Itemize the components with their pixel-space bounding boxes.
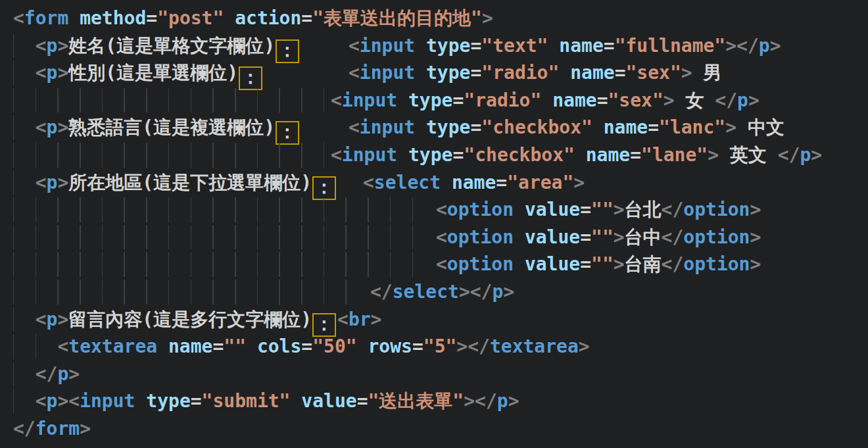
token-plain bbox=[13, 116, 36, 138]
token-punct: < bbox=[337, 309, 349, 330]
token-eq: = bbox=[470, 35, 481, 57]
code-line[interactable]: <p>性別(這是單選欄位)：<input type="radio" name="… bbox=[0, 59, 868, 87]
token-punct: </ bbox=[470, 281, 493, 303]
token-attr: name bbox=[552, 89, 596, 111]
token-text: 中文 bbox=[736, 116, 784, 138]
token-attr: name bbox=[570, 62, 614, 84]
token-eq: = bbox=[580, 226, 591, 248]
token-punct: < bbox=[36, 116, 47, 138]
code-line[interactable]: <p>熟悉語言(這是複選欄位)：<input type="checkbox" n… bbox=[0, 114, 868, 141]
token-punct: </ bbox=[475, 390, 497, 412]
token-tag: p bbox=[737, 89, 748, 111]
code-segment: <input type="text" name="fullname"></p> bbox=[349, 32, 781, 60]
token-eq: = bbox=[470, 116, 481, 138]
code-line[interactable]: <input type="checkbox" name="lane"> 英文 <… bbox=[0, 141, 868, 169]
code-line[interactable]: </select></p> bbox=[0, 278, 868, 306]
token-attr: type bbox=[146, 390, 190, 412]
token-str: "text" bbox=[481, 35, 548, 57]
token-eq: = bbox=[452, 144, 464, 166]
token-tag: input bbox=[360, 116, 415, 138]
token-str: "checkbox" bbox=[481, 116, 592, 138]
token-punct: < bbox=[36, 35, 47, 57]
token-str: "lane" bbox=[641, 144, 708, 166]
token-plain bbox=[290, 390, 301, 412]
token-punct: > bbox=[456, 336, 468, 357]
token-eq: = bbox=[412, 336, 423, 357]
code-line[interactable]: <option value="">台南</option> bbox=[0, 251, 868, 278]
token-plain bbox=[157, 336, 168, 357]
token-text: 留言內容(這是多行文字欄位) bbox=[68, 309, 312, 330]
code-line[interactable]: <option value="">台北</option> bbox=[0, 196, 868, 224]
code-line[interactable]: </form> bbox=[0, 415, 868, 443]
code-segment: <select name="area"> bbox=[363, 169, 585, 197]
token-punct: > bbox=[748, 89, 760, 111]
token-punct: </ bbox=[468, 336, 490, 357]
token-eq: = bbox=[630, 144, 641, 166]
token-attr: cols bbox=[257, 336, 301, 357]
code-line[interactable]: <p>留言內容(這是多行文字欄位)：<br> bbox=[0, 306, 868, 334]
token-tag: select bbox=[374, 172, 441, 193]
token-str: "sex" bbox=[625, 62, 681, 84]
editor-screenshot: { "colors": { "background": "#1f2021", "… bbox=[0, 0, 868, 448]
token-tag: input bbox=[342, 89, 397, 111]
token-punct: > bbox=[681, 62, 692, 84]
token-plain bbox=[415, 62, 426, 84]
token-punct: > bbox=[503, 281, 514, 303]
code-area[interactable]: <form method="post" action="表單送出的目的地"> <… bbox=[0, 0, 868, 443]
token-plain bbox=[224, 7, 235, 29]
code-segment: <option value="">台南</option> bbox=[436, 251, 761, 278]
token-plain bbox=[13, 62, 36, 84]
token-punct: < bbox=[363, 172, 374, 193]
token-punct: </ bbox=[778, 144, 800, 166]
token-attr: value bbox=[525, 199, 580, 220]
code-line[interactable]: <textarea name="" cols="50" rows="5"></t… bbox=[0, 333, 868, 361]
token-tag: p bbox=[492, 281, 503, 303]
token-plain bbox=[68, 7, 80, 29]
code-line[interactable]: <input type="radio" name="sex"> 女 </p> bbox=[0, 87, 868, 114]
code-segment: <p>留言內容(這是多行文字欄位)：<br> bbox=[13, 306, 381, 334]
code-line[interactable]: <form method="post" action="表單送出的目的地"> bbox=[0, 5, 868, 32]
token-tag: textarea bbox=[490, 336, 579, 357]
token-punct: </ bbox=[715, 89, 737, 111]
token-plain bbox=[415, 116, 426, 138]
token-punct: < bbox=[349, 62, 360, 84]
token-punct: > bbox=[811, 144, 822, 166]
token-plain bbox=[548, 35, 559, 57]
token-punct: </ bbox=[662, 253, 684, 275]
token-punct: > bbox=[663, 89, 675, 111]
token-eq: = bbox=[301, 7, 312, 29]
token-str: "表單送出的目的地" bbox=[312, 7, 482, 29]
token-punct: > bbox=[57, 390, 68, 412]
code-line[interactable]: </p> bbox=[0, 361, 868, 388]
token-attr: name bbox=[452, 172, 496, 193]
token-tag: p bbox=[47, 172, 58, 193]
token-plain bbox=[135, 390, 146, 412]
token-punct: < bbox=[349, 116, 360, 138]
code-segment: <input type="radio" name="sex"> 男 bbox=[349, 59, 722, 87]
token-plain bbox=[514, 199, 525, 220]
token-punct: > bbox=[80, 418, 91, 439]
token-punct: > bbox=[770, 35, 781, 57]
code-line[interactable]: <p>所在地區(這是下拉選單欄位)：<select name="area"> bbox=[0, 169, 868, 197]
code-line[interactable]: <p>姓名(這是單格文字欄位)：<input type="text" name=… bbox=[0, 32, 868, 60]
token-attr: value bbox=[525, 253, 580, 275]
token-tag: input bbox=[360, 35, 415, 57]
token-str: "submit" bbox=[202, 390, 291, 412]
token-punct: < bbox=[36, 62, 47, 84]
token-plain bbox=[514, 226, 525, 248]
code-line[interactable]: <option value="">台中</option> bbox=[0, 224, 868, 251]
token-str: "fullname" bbox=[615, 35, 726, 57]
token-str: "送出表單" bbox=[368, 390, 464, 412]
token-tag: textarea bbox=[68, 336, 157, 357]
token-tag: p bbox=[47, 390, 58, 412]
code-line[interactable]: <p><input type="submit" value="送出表單"></p… bbox=[0, 387, 868, 415]
token-eq: = bbox=[357, 390, 368, 412]
token-attr: type bbox=[408, 89, 452, 111]
token-tag: input bbox=[360, 62, 415, 84]
indent-guides bbox=[13, 280, 366, 305]
token-tag: p bbox=[47, 62, 58, 84]
token-plain bbox=[514, 253, 525, 275]
token-attr: type bbox=[426, 116, 470, 138]
token-punct: > bbox=[614, 226, 625, 248]
token-text: 所在地區(這是下拉選單欄位) bbox=[68, 172, 312, 193]
